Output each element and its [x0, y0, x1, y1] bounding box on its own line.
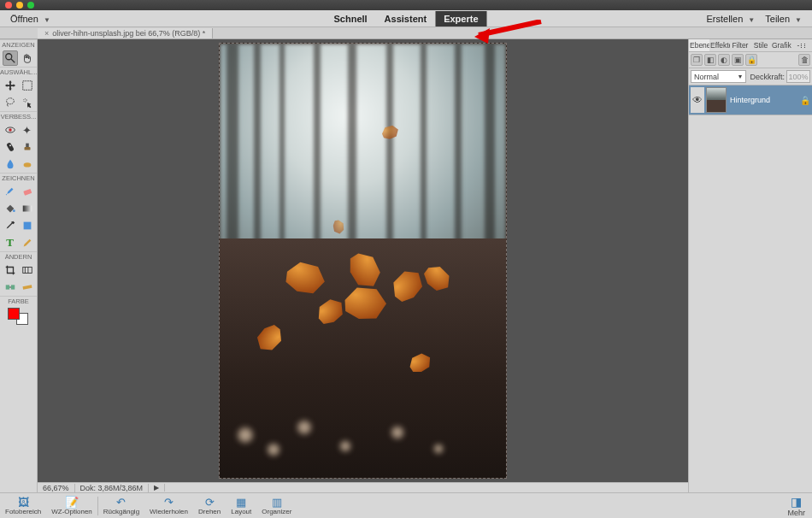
document-tab[interactable]: × oliver-hihn-unsplash.jpg bei 66,7% (RG… [38, 28, 213, 38]
layer-mask-icon[interactable]: ▣ [732, 54, 744, 66]
teilen-button[interactable]: Teilen ▼ [760, 14, 807, 24]
straighten-tool[interactable] [20, 280, 35, 295]
layout-icon: ▦ [233, 496, 249, 508]
adjustment-layer-icon[interactable]: ◐ [718, 54, 730, 66]
maximize-window-icon[interactable] [27, 2, 34, 9]
redo-button[interactable]: ↷ Wiederholen [144, 496, 193, 515]
document-tab-strip: × oliver-hihn-unsplash.jpg bei 66,7% (RG… [0, 27, 812, 39]
close-tab-icon[interactable]: × [44, 29, 49, 38]
svg-line-1 [10, 59, 14, 62]
svg-rect-2 [22, 81, 32, 91]
eyedropper-tool[interactable] [3, 218, 18, 233]
opacity-input[interactable]: 100% [786, 70, 810, 83]
shape-tool[interactable] [20, 218, 35, 233]
lasso-tool[interactable] [3, 95, 18, 110]
section-auswahl: AUSWÄHL... [0, 67, 37, 77]
tab-experte[interactable]: Experte [435, 11, 486, 26]
opacity-value: 100% [788, 73, 808, 81]
redo-icon: ↷ [162, 496, 177, 508]
sponge-tool[interactable] [20, 156, 35, 172]
new-layer-icon[interactable]: ❐ [691, 54, 703, 66]
wz-optionen-button[interactable]: 📝 WZ-Optionen [46, 496, 97, 515]
canvas-viewport[interactable] [38, 39, 688, 482]
open-menu-label: Öffnen [10, 14, 38, 24]
bottom-bar: 🖼 Fotobereich 📝 WZ-Optionen ↶ Rückgängig… [0, 492, 812, 518]
chevron-down-icon: ▼ [738, 74, 744, 79]
text-tool[interactable]: T [3, 235, 18, 250]
crop-tool[interactable] [3, 262, 18, 278]
paint-bucket-tool[interactable] [3, 201, 18, 216]
quick-select-tool[interactable] [20, 95, 35, 110]
svg-point-10 [23, 162, 31, 167]
minimize-window-icon[interactable] [16, 2, 23, 9]
tab-assistent[interactable]: Assistent [376, 11, 436, 26]
tab-schnell[interactable]: Schnell [325, 11, 375, 26]
undo-button[interactable]: ↶ Rückgängig [98, 496, 144, 515]
svg-rect-14 [23, 222, 31, 230]
panel-tab-grafike[interactable]: Grafike [771, 39, 791, 51]
eraser-tool[interactable] [20, 184, 35, 199]
whiten-teeth-tool[interactable]: ✦ [20, 122, 35, 138]
delete-layer-icon[interactable]: 🗑 [798, 54, 810, 66]
section-aendern: ÄNDERN [0, 251, 37, 262]
clone-stamp-tool[interactable] [20, 139, 35, 155]
canvas-area: 66,67% Dok: 3,86M/3,86M ▶ [38, 39, 688, 492]
panel-tab-filter[interactable]: Filter [730, 39, 750, 51]
layer-visibility-icon[interactable]: 👁 [691, 87, 704, 113]
organizer-label: Organizer [262, 508, 291, 515]
layer-thumbnail [706, 87, 727, 113]
layer-name: Hintergrund [730, 96, 770, 104]
svg-point-4 [23, 99, 26, 103]
status-chevron-icon[interactable]: ▶ [149, 484, 165, 492]
blur-tool[interactable] [3, 156, 18, 172]
pencil-tool[interactable] [20, 235, 35, 250]
blend-mode-select[interactable]: Normal ▼ [691, 70, 746, 83]
svg-rect-16 [5, 285, 9, 289]
section-anzeigen: ANZEIGEN [0, 39, 37, 50]
gradient-tool[interactable] [20, 201, 35, 216]
recompose-tool[interactable] [20, 262, 35, 278]
marquee-tool[interactable] [20, 78, 35, 93]
status-bar: 66,67% Dok: 3,86M/3,86M ▶ [38, 482, 688, 492]
mehr-button[interactable]: ◨ Mehr [780, 495, 812, 517]
hand-tool[interactable] [20, 50, 35, 66]
wz-label: WZ-Optionen [51, 508, 92, 515]
rotate-icon: ⟳ [202, 496, 217, 508]
top-bar: Öffnen ▼ Schnell Assistent Experte Erste… [0, 10, 812, 27]
document-image [219, 43, 507, 479]
panel-tab-ebenen[interactable]: Ebenen [689, 39, 709, 51]
blend-mode-value: Normal [694, 73, 719, 81]
layout-button[interactable]: ▦ Layout [226, 496, 256, 515]
fotobereich-button[interactable]: 🖼 Fotobereich [0, 496, 46, 515]
zoom-tool[interactable] [3, 50, 18, 66]
tool-options-icon: 📝 [64, 496, 79, 508]
foreground-color-swatch[interactable] [8, 308, 20, 320]
lock-layer-icon[interactable]: 🔒 [745, 54, 757, 66]
spot-heal-tool[interactable] [3, 139, 18, 155]
svg-rect-13 [22, 206, 32, 212]
organizer-button[interactable]: ▥ Organizer [256, 496, 297, 515]
redeye-tool[interactable] [3, 122, 18, 138]
svg-rect-11 [23, 189, 32, 196]
svg-point-12 [13, 209, 15, 212]
rotate-button[interactable]: ⟳ Drehen [193, 496, 226, 515]
close-window-icon[interactable] [5, 2, 12, 9]
brush-tool[interactable] [3, 184, 18, 199]
zoom-level[interactable]: 66,67% [38, 484, 75, 492]
redo-label: Wiederholen [150, 508, 188, 515]
layer-row[interactable]: 👁 Hintergrund 🔒 [689, 85, 812, 115]
layer-group-icon[interactable]: ◧ [704, 54, 716, 66]
erstellen-button[interactable]: Erstellen ▼ [701, 14, 760, 24]
erstellen-label: Erstellen [706, 14, 743, 24]
panel-tab-more[interactable]: -⫶⫶ [791, 39, 812, 51]
move-tool[interactable] [3, 78, 18, 93]
panel-tab-effekte[interactable]: Effekte [709, 39, 730, 51]
fotobereich-label: Fotobereich [5, 508, 41, 515]
layer-lock-icon[interactable]: 🔒 [800, 96, 810, 105]
mehr-label: Mehr [787, 509, 805, 517]
svg-rect-8 [24, 147, 30, 150]
color-swatches[interactable] [8, 308, 30, 325]
panel-tab-stile[interactable]: Stile [750, 39, 771, 51]
open-menu-button[interactable]: Öffnen ▼ [5, 14, 56, 24]
content-aware-tool[interactable] [3, 280, 18, 295]
